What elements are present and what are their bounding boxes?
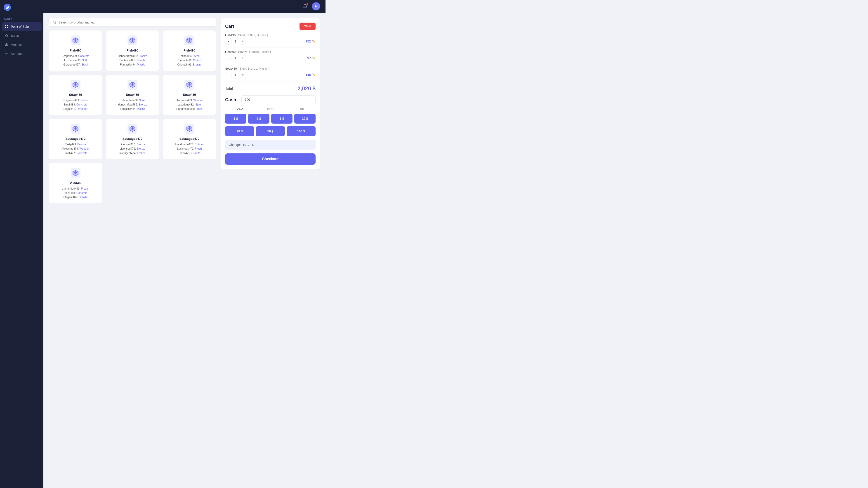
product-name: Soap480 [69,93,82,96]
currency-tab-thb[interactable]: THB [296,107,306,111]
product-card[interactable]: Soap480 Unbranded486: SteelHandcrafted48… [106,74,159,115]
edit-icon[interactable]: ✏️ [312,40,315,43]
product-attrs: Handcrafted496: BronzeFantastic495: Gran… [118,54,147,67]
cart-item-price: 252 ✏️ [306,39,315,43]
sidebar-item-sales[interactable]: Sales [2,31,41,40]
item-divider [225,47,315,47]
products-grid: Fish490 Bespoke499: ConcreteLuxurious498… [49,30,216,203]
product-card[interactable]: Fish490 Refined493: SteelElegant492: Cot… [163,30,216,71]
product-attrs: Tasty479: BronzeAwesome478: WoodenSmall4… [61,142,90,156]
sidebar-item-label: Attributes [11,52,24,56]
change-box: Change: -1917.00 [225,140,315,150]
sidebar-item-label: Sales [11,34,19,37]
product-attrs: Unbranded486: SteelHandcrafted485: Bronz… [118,98,147,111]
sidebar-item-point-of-sale[interactable]: Point of Sale [2,22,41,31]
product-card[interactable]: Soap480 Electronic483: WoodenLuxurious48… [163,74,216,115]
grid-icon [4,25,8,29]
qty-value: 1 [233,73,238,76]
product-card[interactable]: Sausages470 Licensed476: BronzeLicensed4… [106,119,159,159]
product-attrs: Handmade473: RubberLuxurious472: FreshSl… [176,142,204,156]
qty-increase-button[interactable]: + [240,38,246,44]
product-attrs: Refined493: SteelElegant492: CottonOrien… [178,54,202,67]
cash-section: Cash USDKHRTHB 1 $2 $5 $10 $ 20 $50 $100… [225,95,315,136]
denomination-button[interactable]: 2 $ [248,113,270,124]
denomination-button[interactable]: 10 $ [294,113,315,124]
product-card[interactable]: Sausages470 Handmade473: RubberLuxurious… [163,119,216,159]
product-name: Sausages470 [123,137,143,140]
main-content: Fish490 Bespoke499: ConcreteLuxurious498… [43,13,326,488]
qty-decrease-button[interactable]: - [225,55,231,61]
box-icon [4,43,8,47]
product-card[interactable]: Soap480 Gorgeous489: CottonSmall488: Con… [49,74,102,115]
product-name: Fish490 [127,48,138,52]
edit-icon[interactable]: ✏️ [312,73,315,76]
denomination-button[interactable]: 100 $ [287,126,315,136]
svg-point-3 [6,54,7,54]
denomination-button[interactable]: 50 $ [256,126,285,136]
header [43,0,326,13]
notification-button[interactable] [301,2,309,10]
product-attrs: Licensed476: BronzeLicensed475: BronzeIn… [119,142,145,156]
cart-item: Soap480 ( Steel, Bronze, Plastic ) - 1 +… [225,67,315,78]
product-name: Soap480 [183,93,196,96]
denomination-grid-row2: 20 $50 $100 $ [225,126,315,136]
cart-item-name: Fish490 ( Bronze, Granite, Plastic ) [225,50,315,54]
cart-item-name: Soap480 ( Steel, Bronze, Plastic ) [225,67,315,70]
currency-tab-khr[interactable]: KHR [266,107,275,111]
denomination-button[interactable]: 1 $ [225,113,246,124]
cart-item-row: - 1 + 897 ✏️ [225,55,315,61]
qty-value: 1 [233,39,238,43]
cash-input[interactable] [241,95,315,104]
notification-dot [307,3,308,5]
qty-value: 1 [233,56,238,60]
product-card[interactable]: Fish490 Bespoke499: ConcreteLuxurious498… [49,30,102,71]
logo-icon [4,4,11,11]
qty-increase-button[interactable]: + [240,55,246,61]
total-row: Total 2,020 $ [225,86,315,92]
product-attrs: Bespoke499: ConcreteLuxurious498: SoftGo… [62,54,89,67]
sidebar-item-label: Point of Sale [11,25,29,29]
svg-line-7 [55,23,56,24]
qty-decrease-button[interactable]: - [225,72,231,78]
product-icon [127,79,138,90]
qty-decrease-button[interactable]: - [225,38,231,44]
currency-tab-usd[interactable]: USD [235,107,244,111]
search-input[interactable] [59,21,212,24]
qty-increase-button[interactable]: + [240,72,246,78]
checkout-button[interactable]: Checkout [225,153,315,165]
denomination-button[interactable]: 5 $ [271,113,292,124]
qty-controls: - 1 + [225,72,246,78]
star-icon [4,34,8,38]
cart-title: Cart [225,24,234,29]
avatar-button[interactable] [312,2,320,10]
sidebar-logo [0,0,43,14]
svg-point-4 [7,54,8,54]
denomination-button[interactable]: 20 $ [225,126,254,136]
product-icon [127,35,138,46]
sidebar-item-label: Products [11,43,23,46]
cart-item-row: - 1 + 145 ✏️ [225,72,315,78]
sidebar-item-products[interactable]: Products [2,40,41,49]
product-card[interactable]: Salad460 Unbranded469: FrozenSleek468: C… [49,163,102,203]
dots-icon [4,52,8,56]
svg-marker-5 [315,5,317,8]
product-icon [70,168,81,178]
edit-icon[interactable]: ✏️ [312,57,315,60]
cart-item-price: 897 ✏️ [306,56,315,60]
sidebar-item-attributes[interactable]: Attributes [2,50,41,58]
sidebar-section-label: PAGES [0,14,43,22]
product-name: Sausages470 [180,137,199,140]
cart-item-row: - 1 + 252 ✏️ [225,38,315,44]
product-icon [184,79,195,90]
sidebar-nav: Point of Sale Sales Products [0,22,43,58]
product-card[interactable]: Sausages470 Tasty479: BronzeAwesome478: … [49,119,102,159]
product-attrs: Electronic483: WoodenLuxurious482: Steel… [176,98,204,111]
cart-item: Fish490 ( Steel, Cotton, Bronze ) - 1 + … [225,33,315,44]
product-card[interactable]: Fish490 Handcrafted496: BronzeFantastic4… [106,30,159,71]
clear-button[interactable]: Clear [300,23,315,30]
cart-header: Cart Clear [225,23,315,30]
product-icon [70,79,81,90]
search-icon [53,21,56,24]
left-panel: Fish490 Bespoke499: ConcreteLuxurious498… [49,18,216,483]
cash-row: Cash [225,95,315,104]
